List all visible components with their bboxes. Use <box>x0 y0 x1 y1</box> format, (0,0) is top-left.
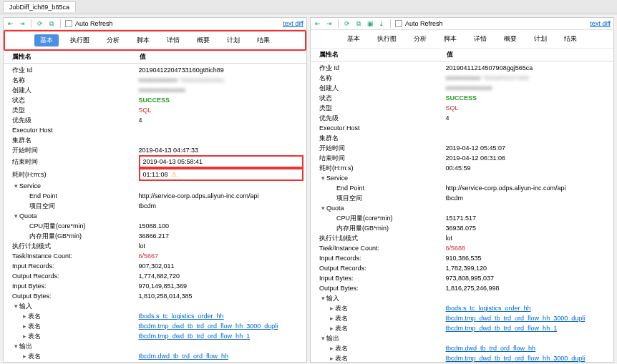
output-table-link[interactable]: tbcdm.tmp_dwd_tb_trd_ord_flow_hh_3000_du… <box>139 361 303 362</box>
value-priority: 4 <box>139 115 303 125</box>
toggle-icon[interactable]: ▸ <box>328 353 335 362</box>
right-column-header: 属性名 值 <box>311 49 613 62</box>
toggle-icon[interactable]: ▸ <box>21 311 28 321</box>
tab-detail[interactable]: 详情 <box>468 33 492 45</box>
output-table-link[interactable]: tbcdm.dwd_tb_trd_ord_flow_hh <box>446 343 611 353</box>
label-cluster: 集群名 <box>319 133 339 143</box>
toggle-icon[interactable]: ▸ <box>328 323 335 333</box>
label-exec-mode: 执行计划模式 <box>12 241 51 251</box>
output-table-link[interactable]: tbcdm.tmp_dwd_tb_trd_ord_flow_hh_3000_du… <box>446 353 611 362</box>
input-table-link[interactable]: tbcdm.tmp_dwd_tb_trd_ord_flow_hh_3000_du… <box>446 313 611 323</box>
toggle-icon[interactable]: ▸ <box>328 303 335 313</box>
toggle-icon[interactable]: ▸ <box>21 351 28 361</box>
label-quota: Quota <box>326 203 344 213</box>
label-table: 表名 <box>335 313 348 323</box>
tab-exec-graph[interactable]: 执行图 <box>371 33 402 45</box>
copy-icon[interactable]: ⧉ <box>354 19 363 28</box>
value-status: SUCCESS <box>446 93 611 103</box>
value-task-count: 6/5667 <box>139 251 303 261</box>
toggle-icon[interactable]: ▸ <box>21 321 28 331</box>
label-output-bytes: Output Bytes: <box>12 291 52 301</box>
input-table-link[interactable]: tbods.s_tc_logistics_order_hh <box>139 311 303 321</box>
input-table-link[interactable]: tbcdm.tmp_dwd_tb_trd_ord_flow_hh_3000_du… <box>139 321 303 331</box>
toggle-icon[interactable]: ▸ <box>328 313 335 323</box>
label-project: 项目空间 <box>336 193 362 203</box>
input-table-link[interactable]: tbcdm.tmp_dwd_tb_trd_ord_flow_hh_1 <box>139 331 303 341</box>
toggle-icon[interactable]: ▾ <box>319 333 326 343</box>
save-icon[interactable]: ▣ <box>366 19 374 28</box>
label-input-bytes: Input Bytes: <box>12 281 47 291</box>
toggle-icon[interactable]: ▾ <box>319 293 326 303</box>
value-task-count: 6/5688 <box>446 243 611 253</box>
label-table: 表名 <box>28 331 41 341</box>
label-service: Service <box>326 173 348 183</box>
label-input-rec: Input Records: <box>12 261 54 271</box>
tab-detail[interactable]: 详情 <box>161 34 185 46</box>
label-table: 表名 <box>28 351 41 361</box>
label-task-count: Task/Instance Count: <box>12 251 72 261</box>
export-icon[interactable]: ⤓ <box>377 19 386 28</box>
tab-basic[interactable]: 基本 <box>341 33 366 45</box>
toggle-icon[interactable]: ▾ <box>12 181 19 191</box>
toggle-icon[interactable]: ▸ <box>328 343 335 353</box>
auto-refresh-checkbox[interactable] <box>65 20 72 27</box>
toggle-icon[interactable]: ▸ <box>21 331 28 341</box>
window-tab[interactable]: JobDiff_ich89_b85ca <box>3 1 76 12</box>
value-end: 2019-04-13 05:58:41 <box>139 155 303 168</box>
label-exec-mode: 执行计划模式 <box>319 233 358 243</box>
label-name: 名称 <box>319 73 332 83</box>
toggle-icon[interactable]: ▾ <box>319 203 326 213</box>
auto-refresh-checkbox[interactable] <box>395 20 402 27</box>
toggle-icon[interactable]: ▾ <box>12 211 19 221</box>
value-exec-mode: lot <box>446 233 611 243</box>
value-cpu: 15171.517 <box>446 213 611 223</box>
auto-refresh-label: Auto Refresh <box>405 20 443 27</box>
tab-result[interactable]: 结果 <box>251 34 276 46</box>
toggle-icon[interactable]: ▾ <box>319 173 326 183</box>
tab-script[interactable]: 脚本 <box>438 33 462 45</box>
reload-icon[interactable]: ⟳ <box>36 19 44 28</box>
tab-plan[interactable]: 计划 <box>221 34 246 46</box>
left-panel: ⇤ ⇥ ⟳ ⧉ Auto Refresh text diff 基本 执行图 分析… <box>3 17 307 363</box>
label-job-id: 作业 Id <box>12 65 32 75</box>
tab-exec-graph[interactable]: 执行图 <box>64 34 95 46</box>
collapse-icon[interactable]: ⇤ <box>314 19 322 28</box>
label-creator: 创建人 <box>319 83 339 93</box>
tab-plan[interactable]: 计划 <box>528 33 553 45</box>
label-start: 开始时间 <box>319 143 345 153</box>
toggle-icon[interactable]: ▸ <box>21 361 28 362</box>
input-table-link[interactable]: tbcdm.tmp_dwd_tb_trd_ord_flow_hh_1 <box>446 323 611 333</box>
auto-refresh-label: Auto Refresh <box>75 20 113 27</box>
copy-icon[interactable]: ⧉ <box>47 19 56 28</box>
tab-analysis[interactable]: 分析 <box>101 34 125 46</box>
label-mem: 内存用量(GB*min) <box>29 231 82 241</box>
tab-script[interactable]: 脚本 <box>131 34 155 46</box>
label-input: 输入 <box>19 301 32 311</box>
collapse-icon[interactable]: ⇤ <box>6 19 15 28</box>
tab-basic[interactable]: 基本 <box>34 34 59 46</box>
expand-icon[interactable]: ⇥ <box>18 19 26 28</box>
expand-icon[interactable]: ⇥ <box>325 19 334 28</box>
value-duration: 00:45:59 <box>446 163 611 173</box>
value-mem: 36866.217 <box>139 231 303 241</box>
toggle-icon[interactable]: ▾ <box>12 301 19 311</box>
input-table-link[interactable]: tbods.s_tc_logistics_order_hh <box>446 303 611 313</box>
output-table-link[interactable]: tbcdm.dwd_tb_trd_ord_flow_hh <box>139 351 303 361</box>
tab-result[interactable]: 结果 <box>558 33 583 45</box>
reload-icon[interactable]: ⟳ <box>343 19 351 28</box>
col-name-header: 属性名 <box>311 50 447 59</box>
label-cpu: CPU用量(core*min) <box>29 221 86 231</box>
tab-summary[interactable]: 概要 <box>191 34 215 46</box>
text-diff-link[interactable]: text diff <box>590 20 611 27</box>
label-table: 表名 <box>335 303 348 313</box>
label-cluster: 集群名 <box>12 135 31 145</box>
right-toolbar: ⇤ ⇥ ⟳ ⧉ ▣ ⤓ Auto Refresh text diff <box>311 18 613 30</box>
tab-summary[interactable]: 概要 <box>498 33 523 45</box>
value-project: tbcdm <box>139 201 303 211</box>
tab-analysis[interactable]: 分析 <box>408 33 432 45</box>
toggle-icon[interactable]: ▾ <box>12 341 19 351</box>
label-input: 输入 <box>326 293 339 303</box>
value-creator: ■■■■■■■■■■■■ <box>139 85 303 95</box>
text-diff-link[interactable]: text diff <box>283 20 303 27</box>
right-subtabs: 基本 执行图 分析 脚本 详情 概要 计划 结果 <box>311 30 613 49</box>
